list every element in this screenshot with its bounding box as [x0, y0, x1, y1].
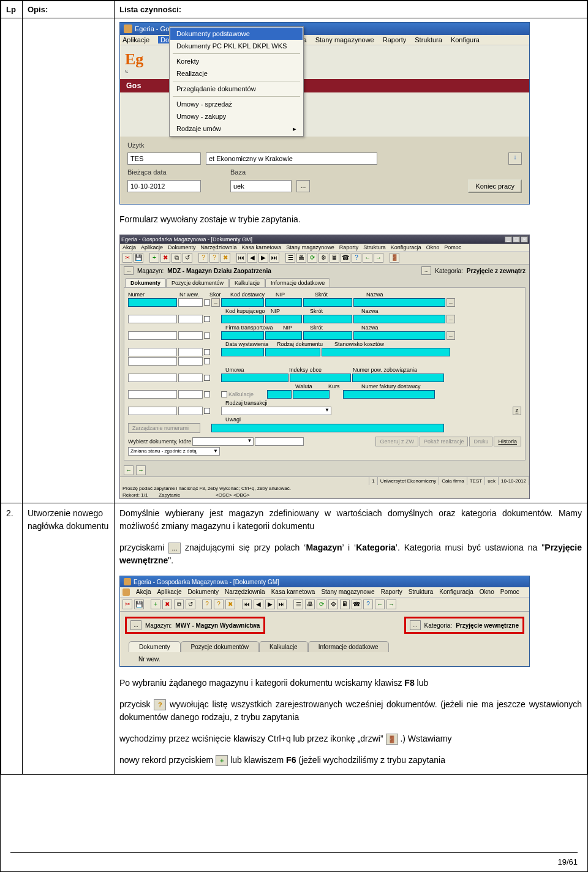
- t3-last-icon[interactable]: ⏭: [277, 600, 287, 609]
- wb-5b[interactable]: [178, 357, 203, 366]
- m2-kasa[interactable]: Kasa karnetowa: [242, 244, 282, 250]
- tb-add-icon[interactable]: +: [149, 253, 159, 263]
- f-nip3[interactable]: [265, 331, 302, 340]
- input-user[interactable]: [127, 152, 201, 165]
- mi-rodzaje-umow[interactable]: Rodzaje umów▸: [170, 122, 303, 135]
- wb-3[interactable]: [128, 331, 177, 340]
- t3-copy-icon[interactable]: ⧉: [174, 600, 184, 609]
- wb-6[interactable]: [128, 374, 177, 382]
- tab-informacje[interactable]: Informacje dodatkowe: [265, 278, 330, 287]
- f-nrwew[interactable]: [178, 298, 203, 307]
- close-icon[interactable]: ×: [521, 236, 528, 242]
- m3-konfig[interactable]: Konfiguracja: [439, 588, 473, 596]
- f-kodkup[interactable]: [221, 315, 264, 323]
- m3-kasa[interactable]: Kasa karnetowa: [271, 588, 315, 596]
- f-nazwa2[interactable]: [353, 315, 445, 323]
- f-stanowisko[interactable]: [322, 348, 450, 356]
- mi-umowy-sprzedaz[interactable]: Umowy - sprzedaż: [170, 98, 303, 110]
- t3-next-icon[interactable]: ▶: [265, 600, 275, 609]
- wb-3b[interactable]: [178, 331, 203, 340]
- m2-narz[interactable]: Narzędziownia: [201, 244, 237, 250]
- tb-prev-icon[interactable]: ◀: [247, 253, 257, 263]
- m2-pomoc[interactable]: Pomoc: [444, 244, 461, 250]
- wb-7b[interactable]: [178, 390, 203, 399]
- mi-dok-pc[interactable]: Dokumenty PC PKL KPL DKPL WKS: [170, 40, 303, 52]
- menu-raporty[interactable]: Raporty: [383, 36, 407, 43]
- tab3-kalkulacje[interactable]: Kalkulacje: [259, 641, 308, 652]
- dots-r1[interactable]: ...: [447, 298, 455, 307]
- t3-cut-icon[interactable]: ✂: [123, 600, 132, 609]
- m2-aplikacje[interactable]: Aplikacje: [141, 244, 163, 250]
- mag3-ellipsis-button[interactable]: ...: [130, 620, 141, 630]
- mag-ellipsis-button[interactable]: ...: [124, 266, 134, 275]
- tb-q2-icon[interactable]: ?: [209, 253, 219, 263]
- chk-2[interactable]: [204, 316, 210, 322]
- tab3-informacje[interactable]: Informacje dodatkowe: [308, 641, 389, 652]
- tab-dokumenty[interactable]: Dokumenty: [125, 278, 166, 287]
- tb-lov-icon[interactable]: ☰: [285, 253, 295, 263]
- sel-wybierz[interactable]: ▼: [192, 437, 254, 446]
- tb-left-icon[interactable]: ←: [363, 253, 372, 263]
- mi-realizacje[interactable]: Realizacje: [170, 67, 303, 80]
- f-indeksy[interactable]: [290, 374, 351, 382]
- f-numer[interactable]: [128, 298, 177, 307]
- tb-cut-icon[interactable]: ✂: [123, 253, 132, 263]
- m3-pomoc[interactable]: Pomoc: [500, 588, 519, 596]
- f-nazwa1[interactable]: [353, 298, 445, 307]
- m2-stany[interactable]: Stany magazynowe: [286, 244, 334, 250]
- m2-raporty[interactable]: Raporty: [339, 244, 359, 250]
- f-skrot2[interactable]: [303, 315, 352, 323]
- tb-first-icon[interactable]: ⏮: [236, 253, 246, 263]
- menu-aplikacje[interactable]: Aplikacje: [123, 36, 149, 43]
- tb-right-icon[interactable]: →: [374, 253, 383, 263]
- f-uwagi[interactable]: [211, 424, 444, 432]
- m2-struktura[interactable]: Struktura: [363, 244, 386, 250]
- f-rodzajdok[interactable]: [265, 348, 320, 356]
- chk-6[interactable]: [204, 375, 210, 381]
- input-data[interactable]: [127, 180, 201, 192]
- tb-last-icon[interactable]: ⏭: [270, 253, 279, 263]
- koniec-pracy-button[interactable]: Koniec pracy: [468, 179, 522, 193]
- wb-7[interactable]: [128, 390, 177, 399]
- maximize-icon[interactable]: □: [513, 236, 520, 242]
- nav-right-icon[interactable]: →: [136, 465, 146, 475]
- wb-2b[interactable]: [178, 315, 203, 323]
- minimize-icon[interactable]: _: [505, 236, 512, 242]
- btn-hist[interactable]: Historia: [494, 437, 521, 446]
- m3-raporty[interactable]: Raporty: [381, 588, 402, 596]
- f-numerfakt[interactable]: [343, 390, 435, 399]
- input-baza[interactable]: [230, 180, 292, 192]
- btn-gen[interactable]: Generuj z ZW: [375, 437, 418, 446]
- chk-8[interactable]: [204, 408, 210, 414]
- t3-tool-icon[interactable]: ⚙: [328, 600, 338, 609]
- t3-undo-icon[interactable]: ↺: [186, 600, 195, 609]
- wb-8b[interactable]: [178, 407, 203, 415]
- btn-z[interactable]: Z: [513, 407, 521, 415]
- f-umowa[interactable]: [221, 374, 288, 382]
- wb-wyb2[interactable]: [255, 437, 304, 446]
- m3-okno[interactable]: Okno: [480, 588, 494, 596]
- m3-struktura[interactable]: Struktura: [409, 588, 434, 596]
- f-waluta[interactable]: [267, 390, 292, 399]
- t3-q1-icon[interactable]: ?: [202, 600, 212, 609]
- mi-umowy-zakupy[interactable]: Umowy - zakupy: [170, 110, 303, 122]
- btn-druku[interactable]: Druku: [469, 437, 492, 446]
- wb-4b[interactable]: [178, 348, 203, 356]
- t3-left-icon[interactable]: ←: [375, 600, 385, 609]
- tb-calc-icon[interactable]: 🖩: [330, 253, 339, 263]
- btn-pokaz[interactable]: Pokaż realizacje: [420, 437, 469, 446]
- f-numerpow[interactable]: [352, 374, 444, 382]
- f-nip2[interactable]: [265, 315, 302, 323]
- mi-korekty[interactable]: Korekty: [170, 55, 303, 67]
- f-firma[interactable]: [221, 331, 264, 340]
- t3-add-icon[interactable]: +: [151, 600, 160, 609]
- m2-okno[interactable]: Okno: [426, 244, 440, 250]
- kat-ellipsis-button[interactable]: ...: [421, 266, 431, 275]
- tab-kalkulacje[interactable]: Kalkulacje: [229, 278, 265, 287]
- dots-r2[interactable]: ...: [447, 315, 455, 323]
- chk-kalk[interactable]: [221, 391, 227, 397]
- tab-pozycje[interactable]: Pozycje dokumentów: [166, 278, 229, 287]
- t3-q3-icon[interactable]: ✖: [225, 600, 235, 609]
- chk-3[interactable]: [204, 333, 210, 339]
- tb-phone-icon[interactable]: ☎: [341, 253, 350, 263]
